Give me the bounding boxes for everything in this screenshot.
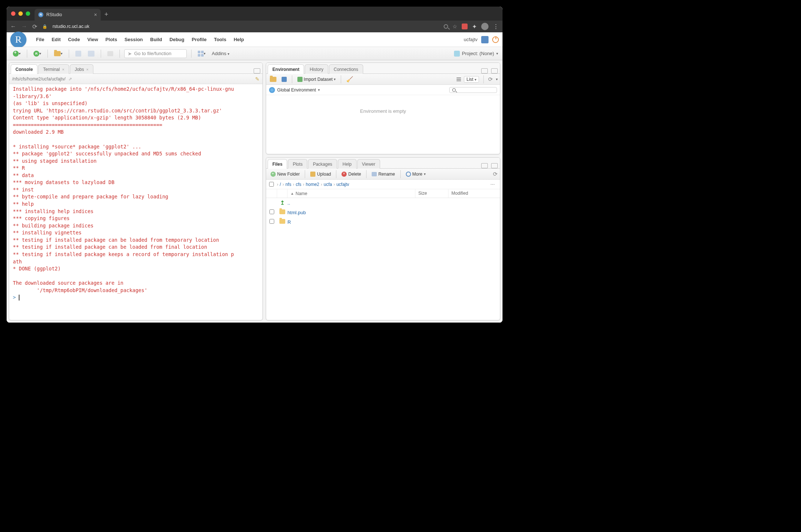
file-checkbox[interactable] — [269, 219, 274, 224]
crumb-home2[interactable]: home2 — [306, 182, 319, 187]
extensions-menu-icon[interactable]: ✦ — [472, 23, 477, 30]
refresh-icon[interactable]: ⟳ — [488, 76, 493, 83]
back-icon[interactable]: ← — [10, 23, 16, 30]
print-button[interactable] — [106, 49, 115, 58]
tab-environment[interactable]: Environment — [268, 64, 304, 74]
new-project-button[interactable]: R▾ — [32, 49, 43, 58]
minimize-window-icon[interactable] — [18, 11, 23, 16]
tab-terminal[interactable]: Terminal× — [38, 64, 69, 74]
new-file-button[interactable]: ▾ — [11, 49, 22, 58]
column-size[interactable]: Size — [415, 189, 448, 198]
menu-view[interactable]: View — [87, 37, 98, 42]
profile-avatar-icon[interactable] — [481, 23, 489, 30]
sign-out-icon[interactable] — [481, 36, 489, 43]
menu-tools[interactable]: Tools — [214, 37, 226, 42]
extension-icon[interactable] — [462, 24, 468, 29]
browser-tab[interactable]: R RStudio × — [35, 9, 101, 21]
working-directory: /nfs/cfs/home2/ucfa/ucfajtv/ — [12, 76, 65, 82]
file-name[interactable]: html.pub — [287, 210, 415, 215]
menu-build[interactable]: Build — [150, 37, 162, 42]
new-folder-icon — [271, 172, 276, 177]
menu-file[interactable]: File — [36, 37, 44, 42]
refresh-files-icon[interactable]: ⟳ — [493, 171, 498, 177]
menu-session[interactable]: Session — [125, 37, 143, 42]
addins-button[interactable]: Addins ▾ — [212, 51, 229, 56]
close-window-icon[interactable] — [11, 11, 15, 16]
scope-label[interactable]: Global Environment — [277, 87, 316, 93]
tab-packages[interactable]: Packages — [308, 159, 337, 169]
file-name[interactable]: .. — [287, 200, 415, 206]
close-tab-icon[interactable]: × — [94, 12, 97, 18]
menu-plots[interactable]: Plots — [106, 37, 117, 42]
menu-help[interactable]: Help — [234, 37, 244, 42]
clear-console-icon[interactable]: ✎ — [255, 76, 260, 82]
menu-edit[interactable]: Edit — [51, 37, 61, 42]
breadcrumb-more-icon[interactable]: ⋯ — [490, 182, 497, 187]
save-button[interactable] — [74, 49, 83, 58]
pane-layout-button[interactable]: ▾ — [196, 49, 207, 58]
open-file-button[interactable]: ▾ — [52, 49, 64, 58]
file-checkbox[interactable] — [269, 209, 274, 214]
load-workspace-button[interactable] — [268, 76, 278, 83]
rstudio-favicon-icon: R — [38, 12, 43, 17]
url-text[interactable]: rstudio.rc.ucl.ac.uk — [53, 24, 89, 29]
clear-workspace-icon[interactable]: 🧹 — [345, 75, 355, 83]
save-icon — [282, 77, 287, 82]
select-all-checkbox[interactable] — [269, 182, 274, 187]
maximize-pane-icon[interactable] — [491, 68, 498, 73]
project-label[interactable]: Project: (None) — [462, 51, 494, 56]
tab-history[interactable]: History — [305, 64, 328, 74]
bookmark-icon[interactable]: ☆ — [453, 24, 457, 29]
goto-file-function-input[interactable]: ➤ Go to file/function — [124, 49, 187, 58]
delete-button[interactable]: Delete — [339, 171, 363, 177]
new-tab-button[interactable]: + — [104, 11, 108, 18]
view-mode-button[interactable]: List ▾ — [464, 76, 479, 83]
column-name[interactable]: ▲Name — [287, 189, 415, 198]
console-output[interactable]: Installing package into '/nfs/cfs/home2/… — [9, 84, 262, 320]
save-all-button[interactable] — [86, 49, 96, 58]
app-menubar: R File Edit Code View Plots Session Buil… — [7, 32, 503, 47]
quit-session-icon[interactable] — [492, 36, 499, 43]
new-folder-button[interactable]: New Folder — [268, 171, 302, 177]
more-button[interactable]: More ▾ — [404, 171, 428, 177]
crumb-cfs[interactable]: cfs — [296, 182, 301, 187]
crumb-ucfa[interactable]: ucfa — [324, 182, 332, 187]
tab-files[interactable]: Files — [268, 159, 287, 169]
tab-viewer[interactable]: Viewer — [357, 159, 380, 169]
close-icon[interactable]: × — [62, 67, 64, 72]
file-name[interactable]: R — [287, 219, 415, 225]
minimize-pane-icon[interactable] — [481, 68, 488, 73]
tab-jobs[interactable]: Jobs× — [70, 64, 93, 74]
tab-console[interactable]: Console — [11, 64, 37, 74]
maximize-pane-icon[interactable] — [491, 163, 498, 168]
search-icon — [452, 88, 456, 92]
maximize-window-icon[interactable] — [26, 11, 30, 16]
environment-search-input[interactable] — [449, 87, 497, 93]
menu-code[interactable]: Code — [68, 37, 80, 42]
upload-button[interactable]: Upload — [308, 171, 333, 177]
menu-profile[interactable]: Profile — [192, 37, 206, 42]
crumb-nfs[interactable]: nfs — [285, 182, 291, 187]
import-dataset-button[interactable]: Import Dataset ▾ — [296, 76, 337, 83]
forward-icon[interactable]: → — [21, 23, 27, 30]
goto-dir-icon[interactable]: ⇗ — [68, 76, 72, 82]
tab-help[interactable]: Help — [338, 159, 357, 169]
zoom-icon[interactable] — [444, 24, 448, 29]
close-icon[interactable]: × — [86, 67, 89, 72]
file-row-up[interactable]: ↥ .. — [266, 198, 500, 208]
rename-button[interactable]: Rename — [369, 171, 397, 177]
tab-connections[interactable]: Connections — [329, 64, 363, 74]
tab-plots[interactable]: Plots — [288, 159, 307, 169]
reload-icon[interactable]: ⟳ — [32, 23, 37, 30]
lock-icon[interactable]: 🔒 — [42, 24, 47, 29]
browser-menu-icon[interactable]: ⋮ — [493, 23, 499, 30]
folder-icon — [279, 219, 285, 224]
menu-debug[interactable]: Debug — [169, 37, 184, 42]
minimize-pane-icon[interactable] — [481, 163, 488, 168]
crumb-root[interactable]: / — [280, 182, 281, 187]
crumb-ucfajtv[interactable]: ucfajtv — [336, 182, 349, 187]
save-workspace-button[interactable] — [280, 76, 288, 83]
column-modified[interactable]: Modified — [448, 189, 500, 198]
minimize-pane-icon[interactable] — [254, 68, 260, 73]
browser-tab-title: RStudio — [46, 12, 62, 17]
